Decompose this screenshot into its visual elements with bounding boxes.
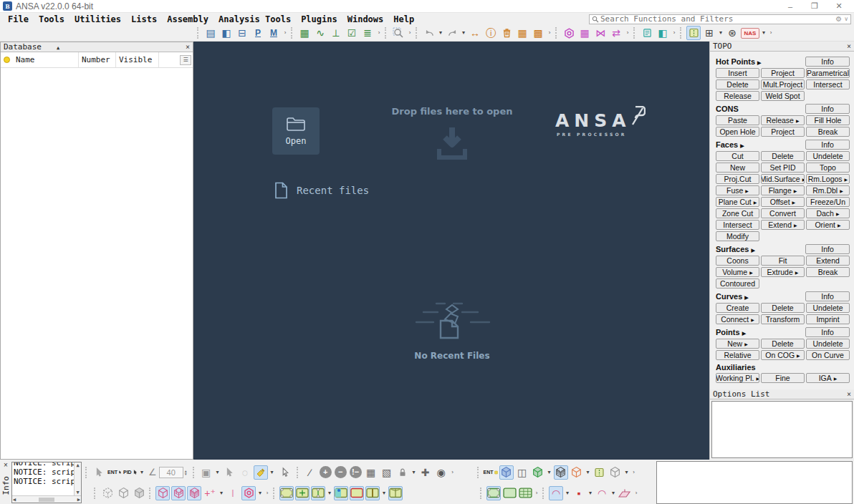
- topo-button-zone-cut[interactable]: Zone Cut: [716, 208, 759, 218]
- notes-icon[interactable]: [640, 26, 654, 40]
- topo-button-delete[interactable]: Delete: [716, 79, 759, 89]
- topo-button-new[interactable]: New: [716, 163, 759, 173]
- point-square-icon[interactable]: ▪: [572, 486, 586, 500]
- info-circle-icon[interactable]: ⓘ: [484, 26, 498, 40]
- topo-button-convert[interactable]: Convert: [761, 208, 805, 218]
- align-face-icon[interactable]: [295, 486, 310, 500]
- more-icon[interactable]: ›: [450, 465, 456, 480]
- topo-button-on-cog[interactable]: On COG▶: [761, 350, 805, 360]
- menu-item-tools[interactable]: Tools: [34, 14, 69, 24]
- topo-button-parametrical[interactable]: Parametrical: [806, 68, 850, 78]
- not-mode-icon[interactable]: !−: [350, 466, 362, 478]
- more-icon[interactable]: ›: [631, 465, 637, 480]
- menu-item-windows[interactable]: Windows: [342, 14, 389, 24]
- shadow-cube-icon[interactable]: [499, 465, 514, 480]
- midline-face-icon[interactable]: [311, 486, 325, 500]
- info-button-faces[interactable]: Info: [805, 140, 850, 150]
- info-button-curves[interactable]: Info: [805, 291, 850, 301]
- mesh-view-icon[interactable]: [554, 465, 568, 480]
- maximize-button[interactable]: ❐: [802, 0, 827, 12]
- delete-entities-icon[interactable]: [499, 26, 514, 40]
- close-button[interactable]: ✕: [827, 0, 851, 12]
- section-header-faces[interactable]: Faces▶: [716, 140, 805, 149]
- column-visible[interactable]: Visible: [116, 52, 159, 67]
- topo-button-release[interactable]: Release▶: [761, 115, 805, 125]
- entity-cube-icon[interactable]: [155, 486, 170, 500]
- book-face-icon[interactable]: [388, 486, 403, 500]
- select-pid-icon[interactable]: PID: [123, 465, 138, 480]
- topo-button-fit[interactable]: Fit: [761, 256, 805, 266]
- lock-view-icon[interactable]: [395, 465, 410, 480]
- ent-mode-icon[interactable]: ENT: [484, 465, 498, 480]
- target-icon[interactable]: ◉: [434, 465, 448, 480]
- info-button-hot-points[interactable]: Info: [805, 57, 850, 67]
- topo-button-delete[interactable]: Delete: [761, 151, 805, 161]
- scroll-down-icon[interactable]: ▼: [76, 490, 79, 495]
- properties-list-icon[interactable]: P: [251, 26, 265, 40]
- topo-button-project[interactable]: Project: [761, 68, 805, 78]
- subtract-mode-icon[interactable]: −: [335, 466, 347, 478]
- topo-button-iga[interactable]: IGA▶: [806, 373, 850, 383]
- menu-item-analysis-tools[interactable]: Analysis Tools: [214, 14, 296, 24]
- info-panel-close-icon[interactable]: ×: [4, 461, 8, 469]
- database-tree-area[interactable]: [1, 68, 193, 459]
- topo-button-extrude[interactable]: Extrude▶: [761, 267, 805, 277]
- units-icon[interactable]: ⟂: [329, 26, 343, 40]
- curve-points-icon[interactable]: ◠: [549, 486, 563, 500]
- topo-button-offset[interactable]: Offset▶: [761, 197, 805, 207]
- palette-swatch-icon[interactable]: ◧: [656, 26, 670, 40]
- sort-ascending-icon[interactable]: ▲: [57, 45, 59, 51]
- more-icon[interactable]: ›: [547, 26, 552, 40]
- topo-button-break[interactable]: Break: [806, 267, 850, 277]
- topo-button-set-pid[interactable]: Set PID: [761, 163, 805, 173]
- open-file-button[interactable]: Open: [272, 107, 320, 155]
- search-gear-icon[interactable]: ⚙: [835, 15, 842, 23]
- info-panel-tab[interactable]: Info: [1, 476, 11, 495]
- topo-button-fill-hole[interactable]: Fill Hole: [806, 115, 850, 125]
- arc-icon[interactable]: ◠: [595, 486, 609, 500]
- redo-caret-icon[interactable]: ▾: [461, 26, 466, 40]
- more-icon[interactable]: ›: [768, 26, 774, 40]
- topo-button-undelete[interactable]: Undelete: [806, 303, 850, 313]
- parameters-table-icon[interactable]: ▦: [297, 26, 312, 40]
- measure-icon[interactable]: ↔: [468, 26, 482, 40]
- view-grid-icon[interactable]: ⊞: [702, 26, 716, 40]
- topo-button-fine[interactable]: Fine: [761, 373, 805, 383]
- topo-button-relative[interactable]: Relative: [716, 350, 759, 360]
- visibility-bulb-icon[interactable]: [4, 57, 10, 63]
- viewport[interactable]: Open Drop files here to open ANSA PRE PR…: [193, 42, 709, 460]
- angle-stepper[interactable]: ▲▼: [184, 470, 188, 475]
- select-box-icon[interactable]: [92, 465, 106, 480]
- topo-button-rm-dbl[interactable]: Rm.Dbl▶: [806, 185, 850, 195]
- more-icon[interactable]: ›: [633, 486, 639, 500]
- info-button-cons[interactable]: Info: [805, 104, 850, 114]
- shaded-green-face-icon[interactable]: [502, 486, 517, 500]
- pointer-icon[interactable]: [277, 465, 294, 480]
- topo-button-flange[interactable]: Flange▶: [761, 185, 805, 195]
- topo-button-create[interactable]: Create: [716, 303, 759, 313]
- more-icon[interactable]: ›: [625, 26, 630, 40]
- or-grid-icon[interactable]: ▦: [364, 465, 378, 480]
- bounds-face-icon[interactable]: [350, 486, 364, 500]
- add-mode-icon[interactable]: +: [320, 466, 332, 478]
- split-caret-icon[interactable]: ▾: [381, 486, 387, 500]
- draw-mode-panel-icon[interactable]: [686, 26, 701, 40]
- mesh-cube-icon[interactable]: [187, 486, 201, 500]
- curve-caret-icon[interactable]: ▾: [565, 486, 570, 500]
- beam-section-icon[interactable]: Ι: [226, 486, 240, 500]
- info-message-box[interactable]: NOTICE: scriptNOTICE: scriptNOTICE: scri…: [11, 462, 82, 503]
- info-horizontal-scrollbar[interactable]: ◀ ▶: [12, 495, 81, 503]
- menu-item-plugins[interactable]: Plugins: [296, 14, 342, 24]
- fringe-cube-icon[interactable]: [531, 465, 545, 480]
- options-list-text-area[interactable]: [656, 461, 853, 504]
- wire-caret-icon[interactable]: ▾: [585, 465, 591, 480]
- mesh-sphere-icon[interactable]: ⊛: [725, 26, 739, 40]
- topo-button-rm-logos[interactable]: Rm.Logos▶: [806, 174, 850, 184]
- mesh-green-face-icon[interactable]: [518, 486, 532, 500]
- topo-button-insert[interactable]: Insert: [716, 68, 759, 78]
- macro-green-face-icon[interactable]: [486, 486, 501, 500]
- section-header-hot-points[interactable]: Hot Points▶: [716, 57, 805, 66]
- nas-format-icon[interactable]: NAS: [741, 28, 759, 39]
- undo-icon[interactable]: [422, 26, 436, 40]
- plane-icon[interactable]: [618, 486, 632, 500]
